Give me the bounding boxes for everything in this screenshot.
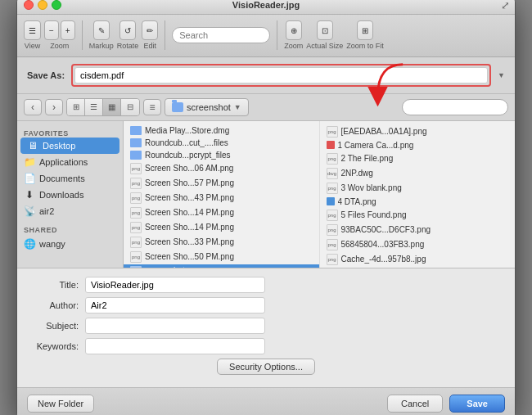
list-item[interactable]: png 2 The File.png: [320, 151, 516, 166]
sidebar-desktop-label: Desktop: [43, 141, 75, 151]
file-item-name: 93BAC50C...D6CF3.png: [341, 225, 431, 234]
close-button[interactable]: [24, 0, 34, 10]
save-as-chevron-icon[interactable]: ▼: [498, 71, 505, 79]
save-button[interactable]: Save: [449, 395, 505, 413]
file-item-name: screenshot: [145, 266, 185, 268]
list-item[interactable]: png 93BAC50C...D6CF3.png: [320, 223, 516, 237]
column-view-button[interactable]: ▦: [103, 99, 121, 115]
view-icon: ☰: [29, 26, 36, 35]
list-item[interactable]: png 56845804...03FB3.png: [320, 237, 516, 252]
coverflow-view-button[interactable]: ⊟: [121, 99, 139, 115]
save-as-input[interactable]: [74, 67, 488, 83]
save-as-label: Save As:: [27, 70, 65, 80]
file-item-name: Screen Sho...14 PM.png: [145, 223, 234, 232]
sidebar-item-downloads[interactable]: ⬇ Downloads: [17, 187, 123, 203]
subject-meta-input[interactable]: [85, 318, 265, 334]
list-item[interactable]: png [EAEDABA...0A1A].png: [320, 124, 516, 139]
sidebar-item-desktop[interactable]: 🖥 Desktop: [20, 138, 119, 154]
nav-search-input[interactable]: [402, 99, 508, 115]
expand-icon[interactable]: ⤢: [501, 0, 510, 11]
toolbar-sep-2: [165, 20, 165, 50]
sidebar: FAVORITES 🖥 Desktop 📁 Applications 📄 Doc…: [17, 121, 124, 268]
security-options-button[interactable]: Security Options...: [217, 359, 315, 375]
folder-dropdown-chevron-icon: ▼: [234, 103, 241, 111]
sidebar-item-air2[interactable]: 📡 air2: [17, 203, 123, 219]
zoom-in-button[interactable]: +: [61, 20, 75, 40]
rotate-button[interactable]: ↺: [119, 20, 136, 40]
list-item[interactable]: png 3 Wov blank.png: [320, 181, 516, 196]
file-item-name: Screen Sho...33 PM.png: [145, 237, 234, 246]
author-meta-input[interactable]: [85, 297, 265, 314]
sidebar-applications-label: Applications: [39, 157, 88, 167]
author-meta-label: Author:: [34, 300, 79, 310]
zoom-out-button[interactable]: −: [44, 20, 59, 40]
main-window: VisioReader.jpg ⤢ ☰ View − + Zoom ✎ Mark…: [16, 0, 516, 415]
folder-dropdown[interactable]: screenshot ▼: [165, 98, 249, 116]
keywords-meta-input[interactable]: [85, 338, 265, 354]
png-file-icon: png: [327, 254, 338, 265]
file-item-name: Screen Sho...14 PM.png: [145, 208, 234, 217]
file-item-name: [EAEDABA...0A1A].png: [341, 127, 427, 136]
sidebar-downloads-label: Downloads: [39, 190, 83, 200]
zoom-to-fit-button[interactable]: ⊞: [357, 20, 373, 40]
list-item[interactable]: png Screen Sho...43 PM.png: [124, 191, 319, 205]
toolbar-markup-group: ✎ Markup: [89, 20, 114, 50]
sidebar-item-applications[interactable]: 📁 Applications: [17, 154, 123, 170]
new-folder-button[interactable]: New Folder: [27, 395, 94, 413]
zoom2-button[interactable]: ⊕: [286, 20, 302, 40]
file-list-area: Media Play...Store.dmg Roundcub...cut_..…: [124, 121, 515, 268]
back-button[interactable]: ‹: [24, 99, 42, 115]
png-file-icon: png: [327, 126, 338, 138]
file-column-right: png [EAEDABA...0A1A].png 1 Camera Ca...d…: [320, 121, 516, 268]
blue-file-icon: [327, 197, 335, 205]
maximize-button[interactable]: [52, 0, 61, 10]
edit-button[interactable]: ✏: [142, 20, 158, 40]
list-item[interactable]: Roundcub...pcrypt_files: [124, 149, 319, 161]
view-label: View: [25, 42, 40, 50]
toolbar-search-input[interactable]: [172, 27, 270, 43]
metadata-area: Title: Author: Subject: Keywords: Securi…: [17, 268, 515, 388]
list-item[interactable]: png Screen Sho...06 AM.png: [124, 161, 319, 176]
icon-view-button[interactable]: ⊞: [67, 99, 85, 115]
sidebar-wangy-label: wangy: [39, 239, 65, 249]
view-button[interactable]: ☰: [24, 20, 41, 40]
subject-row: Subject:: [34, 318, 498, 334]
actual-size-button[interactable]: ⊡: [317, 20, 333, 40]
arrange-button[interactable]: ≡: [143, 99, 161, 115]
keywords-row: Keywords:: [34, 338, 498, 354]
minimize-button[interactable]: [38, 0, 47, 10]
png-file-icon: png: [130, 237, 142, 248]
list-item[interactable]: png Screen Sho...14 PM.png: [124, 220, 319, 235]
list-item[interactable]: screenshot ▶: [124, 264, 319, 268]
list-item[interactable]: png Screen Sho...14 PM.png: [124, 205, 319, 220]
sidebar-item-wangy[interactable]: 🌐 wangy: [17, 236, 123, 252]
zoom2-label: Zoom: [284, 42, 303, 50]
wangy-icon: 🌐: [24, 238, 35, 250]
toolbar-sep-1: [82, 20, 83, 50]
list-item[interactable]: dwg 2NP.dwg: [320, 166, 516, 181]
list-item[interactable]: png Screen Sho...50 PM.png: [124, 250, 319, 264]
png-file-icon: png: [130, 207, 142, 219]
list-item[interactable]: 4 DTA.png: [320, 196, 516, 208]
forward-button[interactable]: ›: [45, 99, 63, 115]
sidebar-documents-label: Documents: [39, 174, 85, 183]
title-meta-label: Title:: [34, 280, 79, 290]
png-file-icon: png: [130, 163, 142, 174]
list-item[interactable]: 1 Camera Ca...d.png: [320, 139, 516, 151]
list-item[interactable]: Roundcub...cut_....files: [124, 137, 319, 149]
list-item[interactable]: png 5 Files Found.png: [320, 208, 516, 223]
title-meta-input[interactable]: [85, 277, 265, 293]
zoom-label: Zoom: [50, 42, 69, 50]
list-item[interactable]: png Screen Sho...57 PM.png: [124, 176, 319, 191]
list-view-button[interactable]: ☰: [85, 99, 103, 115]
list-item[interactable]: png Cache_-4d...957b8..jpg: [320, 252, 516, 267]
list-item[interactable]: png Cache_-11...982a7..jpg: [320, 267, 516, 268]
cancel-button[interactable]: Cancel: [387, 395, 443, 413]
file-item-name: Screen Sho...50 PM.png: [145, 252, 234, 261]
sidebar-item-documents[interactable]: 📄 Documents: [17, 170, 123, 187]
markup-button[interactable]: ✎: [93, 20, 110, 40]
png-file-icon: png: [327, 183, 338, 194]
file-item-name: 4 DTA.png: [338, 197, 376, 206]
list-item[interactable]: png Screen Sho...33 PM.png: [124, 235, 319, 250]
list-item[interactable]: Media Play...Store.dmg: [124, 124, 319, 137]
